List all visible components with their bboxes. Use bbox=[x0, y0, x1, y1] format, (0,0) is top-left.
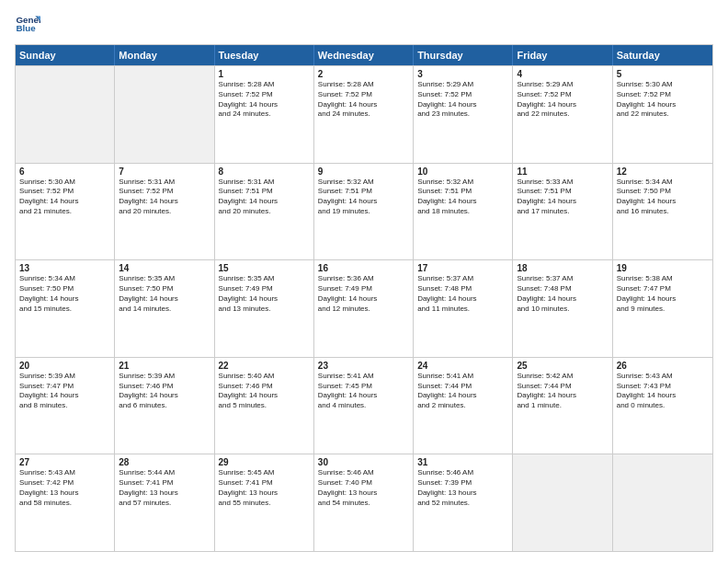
day-info: Sunrise: 5:34 AM Sunset: 7:50 PM Dayligh… bbox=[617, 178, 709, 217]
calendar-cell: 28Sunrise: 5:44 AM Sunset: 7:41 PM Dayli… bbox=[115, 454, 214, 551]
day-info: Sunrise: 5:41 AM Sunset: 7:45 PM Dayligh… bbox=[318, 372, 409, 411]
day-number: 6 bbox=[19, 167, 110, 177]
day-info: Sunrise: 5:38 AM Sunset: 7:47 PM Dayligh… bbox=[617, 274, 709, 314]
day-number: 29 bbox=[219, 457, 310, 467]
calendar-cell: 30Sunrise: 5:46 AM Sunset: 7:40 PM Dayli… bbox=[314, 454, 414, 551]
calendar-row-0: 1Sunrise: 5:28 AM Sunset: 7:52 PM Daylig… bbox=[16, 65, 712, 163]
calendar-cell: 12Sunrise: 5:34 AM Sunset: 7:50 PM Dayli… bbox=[613, 164, 712, 260]
calendar-cell: 17Sunrise: 5:37 AM Sunset: 7:48 PM Dayli… bbox=[414, 260, 513, 357]
calendar-header: SundayMondayTuesdayWednesdayThursdayFrid… bbox=[16, 45, 712, 65]
calendar-cell: 31Sunrise: 5:46 AM Sunset: 7:39 PM Dayli… bbox=[414, 454, 513, 551]
day-number: 11 bbox=[517, 167, 608, 177]
calendar-cell: 6Sunrise: 5:30 AM Sunset: 7:52 PM Daylig… bbox=[16, 164, 115, 260]
day-info: Sunrise: 5:35 AM Sunset: 7:50 PM Dayligh… bbox=[119, 274, 210, 314]
calendar-cell: 18Sunrise: 5:37 AM Sunset: 7:48 PM Dayli… bbox=[513, 260, 612, 357]
logo-icon: General Blue bbox=[15, 11, 40, 37]
day-number: 27 bbox=[19, 457, 110, 467]
calendar-cell: 13Sunrise: 5:34 AM Sunset: 7:50 PM Dayli… bbox=[16, 260, 115, 357]
header-day-sunday: Sunday bbox=[16, 45, 115, 65]
day-info: Sunrise: 5:45 AM Sunset: 7:41 PM Dayligh… bbox=[219, 468, 310, 508]
day-number: 30 bbox=[318, 457, 409, 467]
calendar-cell: 1Sunrise: 5:28 AM Sunset: 7:52 PM Daylig… bbox=[215, 66, 314, 163]
day-info: Sunrise: 5:30 AM Sunset: 7:52 PM Dayligh… bbox=[19, 178, 110, 217]
day-info: Sunrise: 5:29 AM Sunset: 7:52 PM Dayligh… bbox=[517, 80, 608, 120]
day-info: Sunrise: 5:42 AM Sunset: 7:44 PM Dayligh… bbox=[517, 372, 608, 411]
day-info: Sunrise: 5:37 AM Sunset: 7:48 PM Dayligh… bbox=[517, 274, 608, 314]
day-number: 3 bbox=[417, 69, 508, 79]
day-info: Sunrise: 5:29 AM Sunset: 7:52 PM Dayligh… bbox=[417, 80, 508, 120]
day-info: Sunrise: 5:30 AM Sunset: 7:52 PM Dayligh… bbox=[617, 80, 709, 120]
day-info: Sunrise: 5:43 AM Sunset: 7:42 PM Dayligh… bbox=[19, 468, 110, 508]
day-info: Sunrise: 5:31 AM Sunset: 7:51 PM Dayligh… bbox=[219, 178, 310, 217]
calendar-cell: 5Sunrise: 5:30 AM Sunset: 7:52 PM Daylig… bbox=[613, 66, 712, 163]
day-number: 7 bbox=[119, 167, 210, 177]
day-number: 21 bbox=[119, 361, 210, 371]
calendar-cell: 9Sunrise: 5:32 AM Sunset: 7:51 PM Daylig… bbox=[314, 164, 414, 260]
day-number: 15 bbox=[219, 263, 310, 273]
day-number: 22 bbox=[219, 361, 310, 371]
day-info: Sunrise: 5:46 AM Sunset: 7:39 PM Dayligh… bbox=[417, 468, 508, 508]
calendar-cell: 25Sunrise: 5:42 AM Sunset: 7:44 PM Dayli… bbox=[513, 358, 612, 454]
calendar-cell: 22Sunrise: 5:40 AM Sunset: 7:46 PM Dayli… bbox=[215, 358, 314, 454]
day-info: Sunrise: 5:34 AM Sunset: 7:50 PM Dayligh… bbox=[19, 274, 110, 314]
calendar-cell: 15Sunrise: 5:35 AM Sunset: 7:49 PM Dayli… bbox=[215, 260, 314, 357]
day-number: 16 bbox=[318, 263, 409, 273]
calendar-row-2: 13Sunrise: 5:34 AM Sunset: 7:50 PM Dayli… bbox=[16, 259, 712, 357]
day-number: 19 bbox=[617, 263, 709, 273]
day-info: Sunrise: 5:32 AM Sunset: 7:51 PM Dayligh… bbox=[318, 178, 409, 217]
header-day-monday: Monday bbox=[115, 45, 214, 65]
day-number: 18 bbox=[517, 263, 608, 273]
day-info: Sunrise: 5:31 AM Sunset: 7:52 PM Dayligh… bbox=[119, 178, 210, 217]
day-info: Sunrise: 5:36 AM Sunset: 7:49 PM Dayligh… bbox=[318, 274, 409, 314]
day-info: Sunrise: 5:44 AM Sunset: 7:41 PM Dayligh… bbox=[119, 468, 210, 508]
calendar-cell: 2Sunrise: 5:28 AM Sunset: 7:52 PM Daylig… bbox=[314, 66, 414, 163]
day-info: Sunrise: 5:32 AM Sunset: 7:51 PM Dayligh… bbox=[417, 178, 508, 217]
day-number: 4 bbox=[517, 69, 608, 79]
day-number: 14 bbox=[119, 263, 210, 273]
day-number: 9 bbox=[318, 167, 409, 177]
calendar-cell bbox=[513, 454, 612, 551]
calendar-cell: 14Sunrise: 5:35 AM Sunset: 7:50 PM Dayli… bbox=[115, 260, 214, 357]
day-number: 24 bbox=[417, 361, 508, 371]
day-number: 28 bbox=[119, 457, 210, 467]
calendar-body: 1Sunrise: 5:28 AM Sunset: 7:52 PM Daylig… bbox=[16, 65, 712, 551]
day-info: Sunrise: 5:35 AM Sunset: 7:49 PM Dayligh… bbox=[219, 274, 310, 314]
calendar: SundayMondayTuesdayWednesdayThursdayFrid… bbox=[15, 44, 713, 552]
day-number: 17 bbox=[417, 263, 508, 273]
calendar-cell bbox=[613, 454, 712, 551]
day-info: Sunrise: 5:40 AM Sunset: 7:46 PM Dayligh… bbox=[219, 372, 310, 411]
calendar-row-1: 6Sunrise: 5:30 AM Sunset: 7:52 PM Daylig… bbox=[16, 163, 712, 260]
calendar-cell bbox=[115, 66, 214, 163]
day-number: 8 bbox=[219, 167, 310, 177]
day-info: Sunrise: 5:37 AM Sunset: 7:48 PM Dayligh… bbox=[417, 274, 508, 314]
logo: General Blue bbox=[15, 11, 40, 37]
calendar-row-3: 20Sunrise: 5:39 AM Sunset: 7:47 PM Dayli… bbox=[16, 357, 712, 454]
day-number: 5 bbox=[617, 69, 709, 79]
day-number: 31 bbox=[417, 457, 508, 467]
calendar-cell: 10Sunrise: 5:32 AM Sunset: 7:51 PM Dayli… bbox=[414, 164, 513, 260]
calendar-cell bbox=[16, 66, 115, 163]
calendar-cell: 26Sunrise: 5:43 AM Sunset: 7:43 PM Dayli… bbox=[613, 358, 712, 454]
header-day-saturday: Saturday bbox=[613, 45, 712, 65]
calendar-cell: 24Sunrise: 5:41 AM Sunset: 7:44 PM Dayli… bbox=[414, 358, 513, 454]
calendar-row-4: 27Sunrise: 5:43 AM Sunset: 7:42 PM Dayli… bbox=[16, 454, 712, 551]
calendar-cell: 29Sunrise: 5:45 AM Sunset: 7:41 PM Dayli… bbox=[215, 454, 314, 551]
calendar-cell: 3Sunrise: 5:29 AM Sunset: 7:52 PM Daylig… bbox=[414, 66, 513, 163]
calendar-cell: 27Sunrise: 5:43 AM Sunset: 7:42 PM Dayli… bbox=[16, 454, 115, 551]
calendar-cell: 21Sunrise: 5:39 AM Sunset: 7:46 PM Dayli… bbox=[115, 358, 214, 454]
day-info: Sunrise: 5:41 AM Sunset: 7:44 PM Dayligh… bbox=[417, 372, 508, 411]
calendar-cell: 16Sunrise: 5:36 AM Sunset: 7:49 PM Dayli… bbox=[314, 260, 414, 357]
calendar-cell: 7Sunrise: 5:31 AM Sunset: 7:52 PM Daylig… bbox=[115, 164, 214, 260]
header-day-tuesday: Tuesday bbox=[215, 45, 314, 65]
page-header: General Blue bbox=[15, 11, 713, 37]
day-number: 13 bbox=[19, 263, 110, 273]
day-number: 25 bbox=[517, 361, 608, 371]
day-number: 23 bbox=[318, 361, 409, 371]
day-info: Sunrise: 5:28 AM Sunset: 7:52 PM Dayligh… bbox=[318, 80, 409, 120]
day-info: Sunrise: 5:33 AM Sunset: 7:51 PM Dayligh… bbox=[517, 178, 608, 217]
day-number: 1 bbox=[219, 69, 310, 79]
header-day-wednesday: Wednesday bbox=[314, 45, 414, 65]
day-number: 20 bbox=[19, 361, 110, 371]
calendar-cell: 8Sunrise: 5:31 AM Sunset: 7:51 PM Daylig… bbox=[215, 164, 314, 260]
day-info: Sunrise: 5:39 AM Sunset: 7:47 PM Dayligh… bbox=[19, 372, 110, 411]
